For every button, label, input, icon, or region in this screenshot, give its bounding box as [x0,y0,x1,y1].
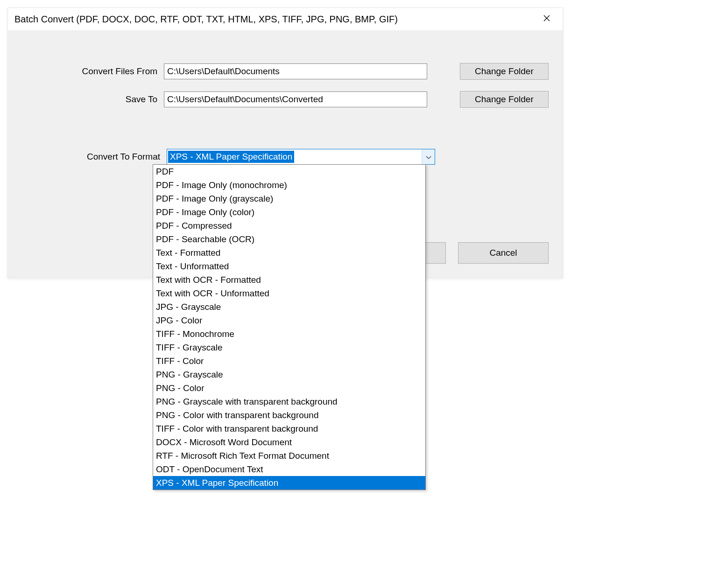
row-save-to: Save To Change Folder [22,91,549,108]
format-combobox[interactable]: XPS - XML Paper Specification [167,149,435,165]
dialog-title: Batch Convert (PDF, DOCX, DOC, RTF, ODT,… [14,14,398,25]
format-option[interactable]: TIFF - Color [153,354,425,368]
format-option[interactable]: TIFF - Monochrome [153,327,425,341]
format-option[interactable]: TIFF - Grayscale [153,341,425,354]
convert-from-label: Convert Files From [22,66,164,77]
format-option[interactable]: PDF [153,165,425,178]
format-option[interactable]: Text with OCR - Unformatted [153,287,425,300]
format-option[interactable]: PDF - Image Only (grayscale) [153,192,425,205]
change-folder-to-button[interactable]: Change Folder [460,91,549,108]
format-option[interactable]: PDF - Searchable (OCR) [153,232,425,246]
format-option[interactable]: Text - Unformatted [153,259,425,273]
save-to-label: Save To [22,94,164,105]
format-option[interactable]: TIFF - Color with transparent background [153,422,425,435]
row-convert-from: Convert Files From Change Folder [22,63,549,80]
format-option[interactable]: PNG - Grayscale [153,368,425,381]
format-option[interactable]: Text - Formatted [153,246,425,259]
save-to-input[interactable] [164,91,427,107]
format-option[interactable]: DOCX - Microsoft Word Document [153,435,425,449]
change-folder-from-button[interactable]: Change Folder [460,63,549,80]
chevron-down-icon [426,152,431,162]
format-dropdown-list[interactable]: PDFPDF - Image Only (monochrome)PDF - Im… [153,164,426,490]
format-option[interactable]: PDF - Image Only (color) [153,205,425,219]
cancel-button[interactable]: Cancel [458,242,549,264]
format-option[interactable]: ODT - OpenDocument Text [153,462,425,476]
titlebar: Batch Convert (PDF, DOCX, DOC, RTF, ODT,… [8,8,563,30]
format-option[interactable]: PNG - Color with transparent background [153,408,425,422]
row-convert-to-format: Convert To Format XPS - XML Paper Specif… [22,149,549,165]
format-option[interactable]: PNG - Grayscale with transparent backgro… [153,395,425,408]
format-option[interactable]: PNG - Color [153,381,425,395]
format-option[interactable]: RTF - Microsoft Rich Text Format Documen… [153,449,425,462]
spacer [22,119,549,149]
format-combo-wrap: XPS - XML Paper Specification [167,149,435,165]
close-icon [543,14,550,24]
format-combobox-caret[interactable] [422,149,435,164]
format-option[interactable]: PDF - Compressed [153,219,425,232]
format-option[interactable]: Text with OCR - Formatted [153,273,425,287]
close-button[interactable] [537,12,556,27]
format-combobox-selected: XPS - XML Paper Specification [168,151,294,163]
format-option[interactable]: JPG - Color [153,314,425,327]
convert-to-format-label: Convert To Format [22,152,167,162]
convert-from-input[interactable] [164,63,427,79]
format-option[interactable]: PDF - Image Only (monochrome) [153,178,425,192]
format-option[interactable]: JPG - Grayscale [153,300,425,314]
format-option[interactable]: XPS - XML Paper Specification [153,476,425,490]
